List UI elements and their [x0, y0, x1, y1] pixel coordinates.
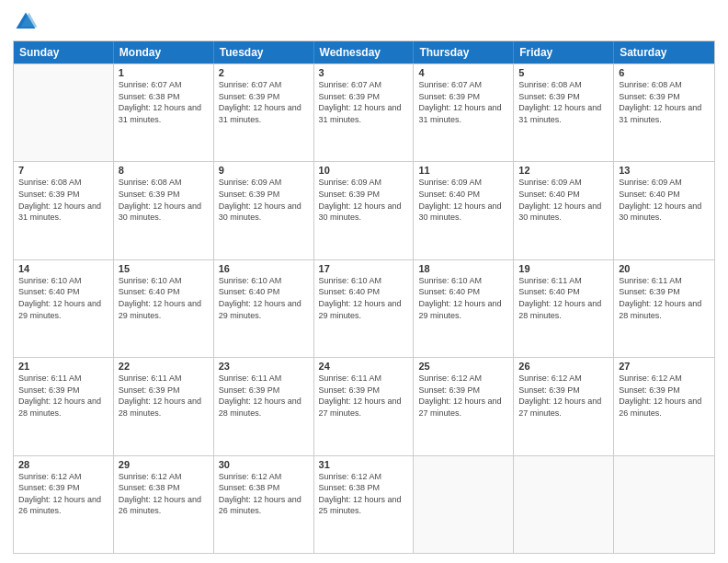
day-info: Sunrise: 6:09 AMSunset: 6:39 PMDaylight:…	[319, 177, 409, 223]
weekday-header: Thursday	[414, 41, 514, 63]
calendar-row: 28Sunrise: 6:12 AMSunset: 6:39 PMDayligh…	[14, 455, 714, 553]
day-number: 19	[518, 263, 609, 274]
calendar-cell: 23Sunrise: 6:11 AMSunset: 6:39 PMDayligh…	[214, 358, 314, 454]
calendar-cell: 28Sunrise: 6:12 AMSunset: 6:39 PMDayligh…	[14, 456, 114, 553]
calendar-cell: 31Sunrise: 6:12 AMSunset: 6:38 PMDayligh…	[314, 456, 415, 553]
calendar-cell: 5Sunrise: 6:08 AMSunset: 6:39 PMDaylight…	[514, 64, 614, 161]
calendar-cell: 17Sunrise: 6:10 AMSunset: 6:40 PMDayligh…	[314, 260, 415, 357]
logo	[13, 9, 42, 35]
calendar-row: 14Sunrise: 6:10 AMSunset: 6:40 PMDayligh…	[14, 259, 714, 357]
day-number: 29	[119, 459, 209, 470]
calendar-cell: 21Sunrise: 6:11 AMSunset: 6:39 PMDayligh…	[14, 358, 114, 454]
day-info: Sunrise: 6:11 AMSunset: 6:40 PMDaylight:…	[518, 275, 609, 321]
day-info: Sunrise: 6:07 AMSunset: 6:39 PMDaylight:…	[418, 79, 508, 125]
day-number: 27	[619, 361, 710, 372]
calendar-cell: 1Sunrise: 6:07 AMSunset: 6:38 PMDaylight…	[114, 64, 214, 161]
day-number: 1	[119, 67, 209, 78]
day-info: Sunrise: 6:11 AMSunset: 6:39 PMDaylight:…	[619, 275, 710, 321]
day-number: 6	[619, 67, 710, 78]
day-info: Sunrise: 6:08 AMSunset: 6:39 PMDaylight:…	[619, 79, 710, 125]
day-info: Sunrise: 6:09 AMSunset: 6:39 PMDaylight:…	[219, 177, 309, 223]
day-number: 13	[619, 165, 710, 176]
day-number: 8	[119, 165, 209, 176]
calendar-cell: 24Sunrise: 6:11 AMSunset: 6:39 PMDayligh…	[314, 358, 415, 454]
calendar-cell: 9Sunrise: 6:09 AMSunset: 6:39 PMDaylight…	[214, 162, 314, 259]
day-info: Sunrise: 6:07 AMSunset: 6:39 PMDaylight:…	[219, 79, 309, 125]
calendar-cell: 19Sunrise: 6:11 AMSunset: 6:40 PMDayligh…	[514, 260, 614, 357]
calendar-cell: 10Sunrise: 6:09 AMSunset: 6:39 PMDayligh…	[314, 162, 415, 259]
day-info: Sunrise: 6:12 AMSunset: 6:39 PMDaylight:…	[518, 373, 609, 419]
day-number: 22	[119, 361, 209, 372]
calendar-cell	[14, 64, 114, 161]
day-number: 3	[319, 67, 409, 78]
day-info: Sunrise: 6:09 AMSunset: 6:40 PMDaylight:…	[418, 177, 508, 223]
day-number: 25	[418, 361, 508, 372]
calendar-cell: 4Sunrise: 6:07 AMSunset: 6:39 PMDaylight…	[414, 64, 514, 161]
page: SundayMondayTuesdayWednesdayThursdayFrid…	[0, 0, 728, 563]
calendar-cell: 20Sunrise: 6:11 AMSunset: 6:39 PMDayligh…	[614, 260, 714, 357]
header	[13, 9, 715, 35]
day-number: 20	[619, 263, 710, 274]
day-number: 5	[518, 67, 609, 78]
calendar-cell: 6Sunrise: 6:08 AMSunset: 6:39 PMDaylight…	[614, 64, 714, 161]
weekday-header: Saturday	[614, 41, 714, 63]
calendar-cell: 18Sunrise: 6:10 AMSunset: 6:40 PMDayligh…	[414, 260, 514, 357]
calendar-cell: 14Sunrise: 6:10 AMSunset: 6:40 PMDayligh…	[14, 260, 114, 357]
day-info: Sunrise: 6:07 AMSunset: 6:38 PMDaylight:…	[119, 79, 209, 125]
calendar-row: 1Sunrise: 6:07 AMSunset: 6:38 PMDaylight…	[14, 63, 714, 161]
day-info: Sunrise: 6:10 AMSunset: 6:40 PMDaylight:…	[418, 275, 508, 321]
day-info: Sunrise: 6:12 AMSunset: 6:39 PMDaylight:…	[619, 373, 710, 419]
day-info: Sunrise: 6:11 AMSunset: 6:39 PMDaylight:…	[18, 373, 108, 419]
calendar-cell: 11Sunrise: 6:09 AMSunset: 6:40 PMDayligh…	[414, 162, 514, 259]
calendar-cell	[614, 456, 714, 553]
day-number: 17	[319, 263, 409, 274]
day-number: 23	[219, 361, 309, 372]
calendar-cell: 15Sunrise: 6:10 AMSunset: 6:40 PMDayligh…	[114, 260, 214, 357]
day-number: 4	[418, 67, 508, 78]
day-number: 26	[518, 361, 609, 372]
day-info: Sunrise: 6:07 AMSunset: 6:39 PMDaylight:…	[319, 79, 409, 125]
weekday-header: Wednesday	[314, 41, 415, 63]
weekday-header: Sunday	[14, 41, 114, 63]
day-number: 14	[18, 263, 108, 274]
calendar-cell	[414, 456, 514, 553]
day-info: Sunrise: 6:12 AMSunset: 6:39 PMDaylight:…	[418, 373, 508, 419]
calendar-cell: 30Sunrise: 6:12 AMSunset: 6:38 PMDayligh…	[214, 456, 314, 553]
calendar-cell: 13Sunrise: 6:09 AMSunset: 6:40 PMDayligh…	[614, 162, 714, 259]
day-number: 2	[219, 67, 309, 78]
day-number: 24	[319, 361, 409, 372]
day-number: 31	[319, 459, 409, 470]
calendar-cell: 2Sunrise: 6:07 AMSunset: 6:39 PMDaylight…	[214, 64, 314, 161]
calendar-cell: 3Sunrise: 6:07 AMSunset: 6:39 PMDaylight…	[314, 64, 415, 161]
day-info: Sunrise: 6:10 AMSunset: 6:40 PMDaylight:…	[219, 275, 309, 321]
calendar-cell: 12Sunrise: 6:09 AMSunset: 6:40 PMDayligh…	[514, 162, 614, 259]
calendar-cell: 7Sunrise: 6:08 AMSunset: 6:39 PMDaylight…	[14, 162, 114, 259]
calendar-body: 1Sunrise: 6:07 AMSunset: 6:38 PMDaylight…	[14, 63, 714, 553]
day-number: 15	[119, 263, 209, 274]
day-info: Sunrise: 6:12 AMSunset: 6:39 PMDaylight:…	[18, 471, 108, 517]
calendar-row: 7Sunrise: 6:08 AMSunset: 6:39 PMDaylight…	[14, 161, 714, 259]
day-info: Sunrise: 6:10 AMSunset: 6:40 PMDaylight:…	[119, 275, 209, 321]
day-info: Sunrise: 6:11 AMSunset: 6:39 PMDaylight:…	[319, 373, 409, 419]
calendar-header: SundayMondayTuesdayWednesdayThursdayFrid…	[14, 41, 714, 63]
day-info: Sunrise: 6:08 AMSunset: 6:39 PMDaylight:…	[518, 79, 609, 125]
day-info: Sunrise: 6:12 AMSunset: 6:38 PMDaylight:…	[219, 471, 309, 517]
weekday-header: Tuesday	[214, 41, 314, 63]
calendar-cell: 26Sunrise: 6:12 AMSunset: 6:39 PMDayligh…	[514, 358, 614, 454]
calendar-cell: 8Sunrise: 6:08 AMSunset: 6:39 PMDaylight…	[114, 162, 214, 259]
weekday-header: Friday	[514, 41, 614, 63]
day-number: 16	[219, 263, 309, 274]
day-info: Sunrise: 6:09 AMSunset: 6:40 PMDaylight:…	[518, 177, 609, 223]
calendar-cell: 29Sunrise: 6:12 AMSunset: 6:38 PMDayligh…	[114, 456, 214, 553]
day-info: Sunrise: 6:09 AMSunset: 6:40 PMDaylight:…	[619, 177, 710, 223]
calendar-cell	[514, 456, 614, 553]
logo-icon	[13, 9, 39, 35]
day-number: 28	[18, 459, 108, 470]
day-info: Sunrise: 6:11 AMSunset: 6:39 PMDaylight:…	[119, 373, 209, 419]
day-info: Sunrise: 6:08 AMSunset: 6:39 PMDaylight:…	[119, 177, 209, 223]
calendar-cell: 16Sunrise: 6:10 AMSunset: 6:40 PMDayligh…	[214, 260, 314, 357]
day-info: Sunrise: 6:12 AMSunset: 6:38 PMDaylight:…	[319, 471, 409, 517]
day-info: Sunrise: 6:08 AMSunset: 6:39 PMDaylight:…	[18, 177, 108, 223]
day-number: 12	[518, 165, 609, 176]
day-number: 30	[219, 459, 309, 470]
